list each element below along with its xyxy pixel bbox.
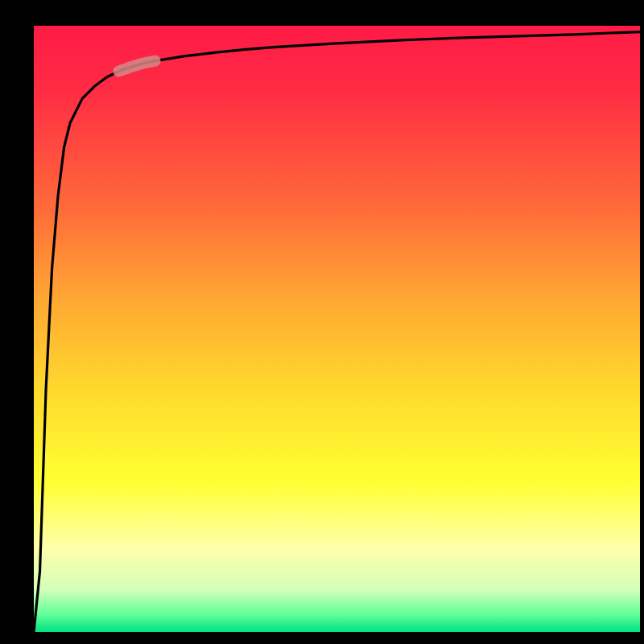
bottleneck-chart xyxy=(0,0,644,644)
chart-root: TheBottleneck.com xyxy=(0,0,644,644)
plot-gradient-area xyxy=(34,26,640,632)
